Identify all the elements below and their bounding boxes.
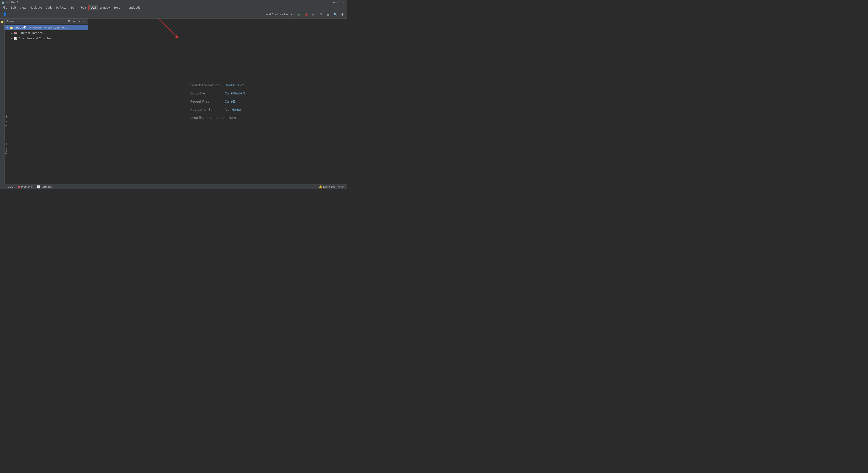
bottom-bar-left: ☑ TODO ● Problems ⬜ Terminal — [2, 184, 53, 189]
recent-files-label: Recent Files — [190, 100, 222, 103]
svg-marker-1 — [175, 35, 179, 38]
structure-sidebar-label[interactable]: Structure — [4, 114, 8, 128]
todo-icon: ☑ — [3, 185, 5, 188]
toolbar-left: 👤 — [2, 11, 8, 18]
tree-root-label: untitled3 — [14, 26, 27, 29]
collapse-all-button[interactable]: ☰ — [67, 19, 71, 24]
menu-bar: File Edit View Navigate Code Refactor Ru… — [0, 5, 347, 10]
project-panel-header: Project ▾ ☰ ≡ ⚙ ✕ — [4, 19, 88, 24]
menu-window[interactable]: Window — [98, 5, 112, 10]
project-panel-icon[interactable]: 📁 — [0, 20, 4, 24]
navigation-bar-label: Navigation Bar — [190, 108, 222, 112]
tree-item-root[interactable]: ▼ 📁 untitled3 D:\WebstormProjects\untitl… — [4, 25, 88, 30]
add-config-arrow: ▾ — [291, 13, 292, 16]
status-indicator: ⊘ N/A — [338, 185, 345, 188]
menu-file[interactable]: File — [1, 5, 9, 10]
menu-help[interactable]: Help — [112, 5, 122, 10]
toolbar: 👤 Add Configuration... ▾ ▶ 🐞 ▶ ⏱ ■ 🔍 ⚙ — [0, 10, 347, 19]
library-icon: 📚 — [14, 31, 18, 35]
window-title: untitled3 — [6, 1, 18, 4]
navigation-bar-shortcut: Alt+Home — [225, 108, 241, 112]
vcs-annotation-arrow — [88, 19, 183, 43]
project-panel: Project ▾ ☰ ≡ ⚙ ✕ ▼ 📁 untitled3 D:\Webst… — [4, 19, 88, 184]
todo-label: TODO — [6, 185, 13, 188]
toolbar-right: Add Configuration... ▾ ▶ 🐞 ▶ ⏱ ■ 🔍 ⚙ — [264, 11, 345, 18]
title-bar: ■ untitled3 ─ □ ✕ — [0, 0, 347, 5]
sort-button[interactable]: ≡ — [72, 19, 76, 24]
external-libraries-label: External Libraries — [19, 31, 42, 35]
add-config-label: Add Configuration... — [266, 13, 290, 16]
project-panel-actions: ☰ ≡ ⚙ ✕ — [67, 19, 86, 24]
terminal-button[interactable]: ⬜ Terminal — [36, 184, 53, 189]
event-log-icon: 🔔 — [319, 185, 322, 188]
profile-button[interactable]: ⏱ — [318, 11, 324, 18]
menu-refactor[interactable]: Refactor — [54, 5, 69, 10]
event-log-label: Event Log — [323, 185, 336, 188]
hint-goto-file: Go to File Ctrl+Shift+N — [190, 92, 245, 95]
todo-button[interactable]: ☑ TODO — [2, 184, 14, 189]
add-configuration-button[interactable]: Add Configuration... ▾ — [264, 12, 295, 17]
drop-files-label: Drop files here to open them — [190, 116, 236, 120]
event-log-button[interactable]: 🔔 Event Log — [318, 184, 336, 189]
hide-panel-button[interactable]: ✕ — [82, 19, 86, 24]
hint-navigation-bar: Navigation Bar Alt+Home — [190, 108, 245, 112]
project-tree: ▼ 📁 untitled3 D:\WebstormProjects\untitl… — [4, 24, 88, 184]
search-everywhere-shortcut: Double Shift — [225, 84, 244, 87]
menu-view[interactable]: View — [18, 5, 28, 10]
menu-run[interactable]: Run — [69, 5, 78, 10]
minimize-button[interactable]: ─ — [332, 1, 336, 4]
close-button[interactable]: ✕ — [342, 1, 345, 4]
search-everywhere-button[interactable]: 🔍 — [332, 11, 338, 18]
editor-hints: Search Everywhere Double Shift Go to Fil… — [190, 84, 245, 120]
scratches-icon: 📝 — [14, 37, 18, 40]
recent-files-shortcut: Ctrl+E — [225, 100, 235, 103]
menu-edit[interactable]: Edit — [9, 5, 18, 10]
left-sidebar-strip: 📁 — [0, 19, 4, 184]
stop-button[interactable]: ■ — [325, 11, 331, 18]
terminal-label: Terminal — [41, 185, 52, 188]
menu-navigate[interactable]: Navigate — [28, 5, 44, 10]
project-dropdown-arrow: ▾ — [17, 20, 18, 23]
terminal-icon: ⬜ — [37, 185, 40, 188]
tree-root-path: D:\WebstormProjects\untitled3 — [29, 26, 67, 29]
problems-icon: ● — [18, 185, 20, 188]
project-panel-title[interactable]: Project ▾ — [6, 20, 18, 23]
problems-button[interactable]: ● Problems — [17, 184, 33, 189]
window-controls: ─ □ ✕ — [332, 1, 345, 4]
svg-line-0 — [158, 19, 178, 37]
menu-untitled3[interactable]: untitled3 — [127, 5, 143, 10]
menu-tools[interactable]: Tools — [78, 5, 89, 10]
debug-button[interactable]: 🐞 — [303, 11, 309, 18]
scratches-arrow: ▶ — [11, 37, 13, 40]
tree-item-scratches[interactable]: ▶ 📝 Scratches and Consoles — [4, 36, 88, 41]
run-button[interactable]: ▶ — [296, 11, 302, 18]
problems-label: Problems — [21, 185, 33, 188]
hint-drop-files: Drop files here to open them — [190, 116, 245, 120]
goto-file-shortcut: Ctrl+Shift+N — [225, 92, 245, 95]
app-icon: ■ — [2, 1, 4, 4]
scratches-label: Scratches and Consoles — [19, 37, 51, 40]
tree-item-external-libraries[interactable]: ▶ 📚 External Libraries — [4, 30, 88, 36]
project-label: Project — [6, 20, 16, 23]
menu-code[interactable]: Code — [44, 5, 55, 10]
hint-search-everywhere: Search Everywhere Double Shift — [190, 84, 245, 87]
settings-button[interactable]: ⚙ — [340, 11, 345, 18]
main-layout: 📁 Project ▾ ☰ ≡ ⚙ ✕ ▼ 📁 untitled3 D:\Web… — [0, 19, 347, 184]
hint-recent-files: Recent Files Ctrl+E — [190, 100, 245, 103]
favorites-sidebar-label[interactable]: Favorites — [4, 142, 8, 155]
bottom-bar: ☑ TODO ● Problems ⬜ Terminal 🔔 Event Log… — [0, 184, 347, 189]
bottom-bar-right: 🔔 Event Log ⊘ N/A — [318, 184, 345, 189]
search-everywhere-label: Search Everywhere — [190, 84, 222, 87]
user-icon-button[interactable]: 👤 — [2, 11, 8, 18]
library-arrow: ▶ — [11, 32, 13, 34]
goto-file-label: Go to File — [190, 92, 222, 95]
title-bar-left: ■ untitled3 — [2, 1, 18, 4]
editor-area[interactable]: Search Everywhere Double Shift Go to Fil… — [88, 19, 347, 184]
coverage-button[interactable]: ▶ — [311, 11, 316, 18]
folder-icon: 📁 — [9, 26, 13, 29]
maximize-button[interactable]: □ — [337, 1, 340, 4]
menu-vcs[interactable]: VCS — [88, 5, 98, 10]
folder-arrow: ▼ — [6, 26, 8, 29]
settings-gear-button[interactable]: ⚙ — [76, 19, 81, 24]
